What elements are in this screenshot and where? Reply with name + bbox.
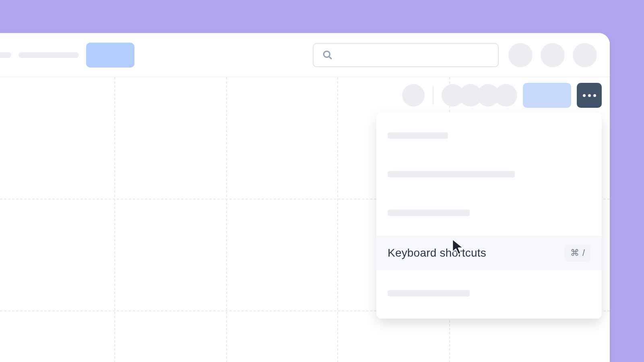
menu-item-label-placeholder [388, 210, 470, 216]
avatar[interactable] [541, 43, 565, 67]
gridline-vertical [337, 77, 338, 362]
collaborator-avatar [495, 84, 517, 107]
search-wrap [313, 43, 499, 67]
gridline-vertical [114, 77, 115, 362]
more-dropdown-menu: Keyboard shortcuts ⌘ / [376, 113, 602, 319]
keyboard-shortcut-badge: ⌘ / [565, 245, 590, 261]
menu-item-label-placeholder [388, 171, 515, 177]
shortcut-key: / [582, 248, 585, 258]
avatar[interactable] [508, 43, 533, 67]
nav-left [0, 43, 134, 68]
menu-item-keyboard-shortcuts[interactable]: Keyboard shortcuts ⌘ / [376, 236, 602, 270]
share-button[interactable] [523, 83, 571, 108]
menu-item-placeholder[interactable] [376, 120, 602, 151]
svg-point-0 [324, 51, 330, 57]
action-bar [402, 83, 602, 108]
menu-item-label-placeholder [388, 290, 470, 296]
nav-tab-active[interactable] [86, 43, 134, 68]
topbar-avatar-group [508, 43, 602, 67]
command-icon: ⌘ [570, 248, 579, 258]
dots-icon [588, 94, 591, 97]
user-avatar[interactable] [402, 84, 425, 107]
dots-icon [593, 94, 596, 97]
menu-item-label-placeholder [388, 132, 448, 139]
search-input[interactable] [313, 43, 499, 67]
menu-item-label: Keyboard shortcuts [388, 247, 486, 259]
nav-item-placeholder [0, 52, 11, 58]
collaborator-stack[interactable] [442, 84, 517, 107]
app-window: Keyboard shortcuts ⌘ / [0, 33, 610, 362]
menu-item-placeholder[interactable] [376, 197, 602, 228]
nav-item-placeholder [19, 52, 79, 58]
more-button[interactable] [577, 83, 602, 108]
gridline-vertical [226, 77, 227, 362]
menu-item-placeholder[interactable] [376, 278, 602, 309]
divider [433, 86, 433, 104]
dots-icon [583, 94, 586, 97]
menu-item-placeholder[interactable] [376, 158, 602, 190]
topbar [0, 33, 610, 77]
avatar[interactable] [573, 43, 597, 67]
search-icon [322, 50, 333, 60]
svg-line-1 [329, 56, 332, 59]
